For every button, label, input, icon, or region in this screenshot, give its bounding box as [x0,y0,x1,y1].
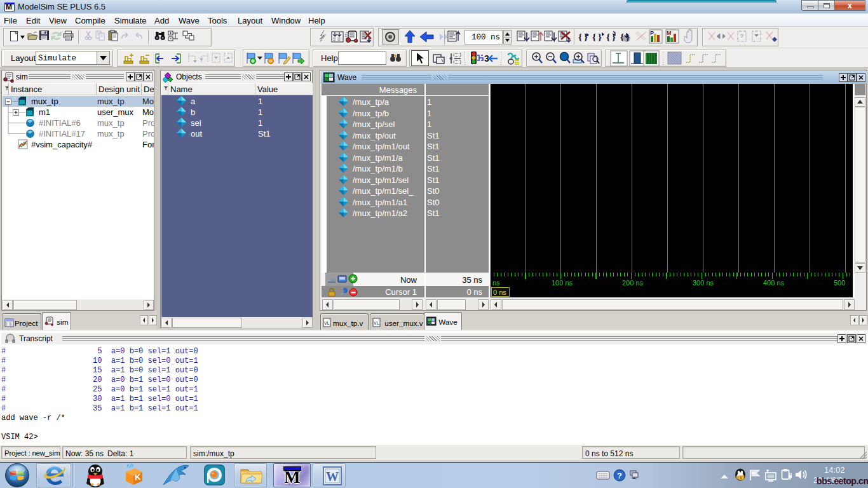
svg-text:{ }: { } [578,32,588,42]
svg-text:?: ? [617,471,622,480]
svg-text:{ }: { } [606,32,616,42]
svg-text:VL: VL [324,321,330,325]
svg-text:?: ? [740,33,743,39]
svg-text:W: W [326,470,339,484]
svg-text:VL: VL [374,321,379,325]
svg-text:K: K [135,472,141,482]
svg-text:?: ? [393,53,397,60]
svg-text:{ }: { } [620,32,630,42]
svg-text:P: P [650,30,654,36]
svg-text:M: M [667,30,672,36]
svg-text:{ }: { } [592,32,602,42]
